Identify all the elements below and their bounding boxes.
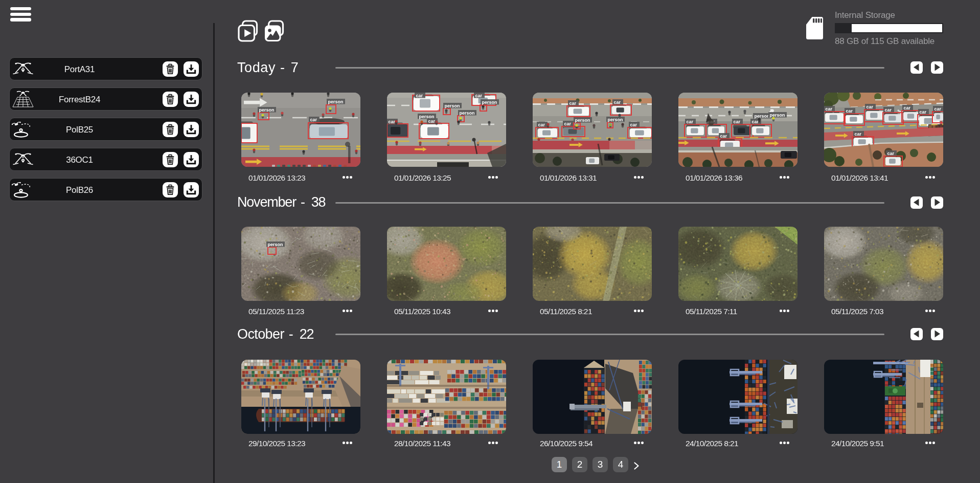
svg-text:car: car	[389, 119, 396, 124]
svg-text:car: car	[475, 93, 483, 98]
svg-text:car: car	[846, 108, 853, 114]
svg-text:car: car	[614, 100, 621, 105]
svg-text:car: car	[428, 119, 436, 124]
svg-text:person: person	[482, 100, 497, 105]
svg-text:person: person	[575, 118, 590, 123]
svg-text:car: car	[867, 104, 874, 109]
svg-text:person: person	[770, 113, 785, 118]
svg-text:car: car	[904, 105, 911, 111]
svg-text:person: person	[445, 103, 460, 108]
svg-text:person: person	[608, 117, 623, 122]
svg-text:car: car	[734, 119, 741, 124]
svg-text:person: person	[268, 242, 283, 247]
svg-text:car: car	[887, 151, 895, 156]
svg-text:person: person	[259, 107, 275, 113]
svg-text:car: car	[687, 119, 694, 124]
svg-text:car: car	[416, 93, 423, 98]
svg-text:car: car	[564, 121, 572, 126]
svg-text:car: car	[935, 106, 942, 112]
svg-text:car: car	[720, 134, 727, 139]
svg-text:car: car	[855, 131, 862, 137]
svg-text:car: car	[920, 109, 927, 115]
svg-text:person: person	[419, 114, 435, 119]
svg-text:car: car	[826, 106, 833, 112]
svg-text:person: person	[328, 99, 344, 104]
svg-text:person: person	[460, 111, 475, 116]
svg-text:car: car	[538, 122, 545, 127]
svg-text:car: car	[310, 117, 317, 122]
svg-text:person: person	[755, 114, 770, 119]
svg-text:car: car	[569, 101, 577, 106]
svg-text:car: car	[885, 107, 892, 113]
svg-text:car: car	[752, 119, 759, 124]
svg-text:car: car	[630, 122, 637, 127]
